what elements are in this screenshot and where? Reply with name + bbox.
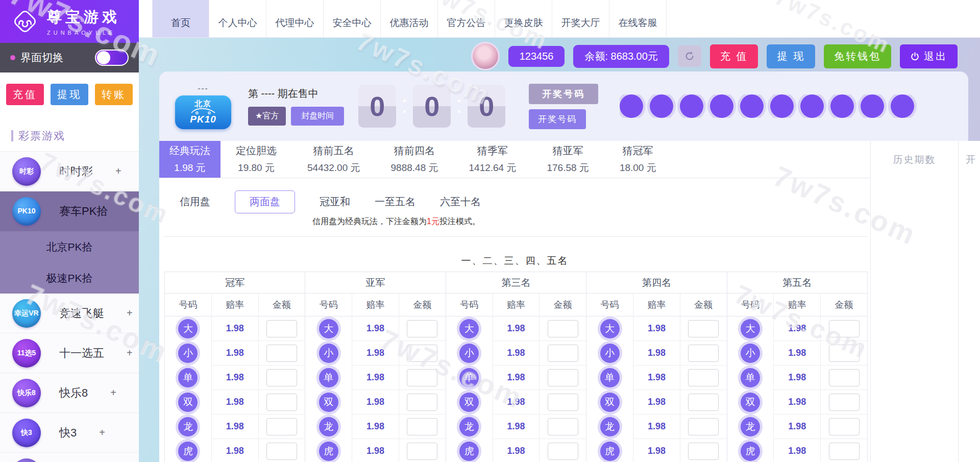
subtab-信用盘[interactable]: 信用盘 — [180, 195, 210, 209]
bet-amount-input[interactable] — [266, 443, 297, 460]
tab-猜季军[interactable]: 猜季军1412.64 元 — [454, 141, 532, 178]
subtab-两面盘[interactable]: 两面盘 — [235, 190, 295, 213]
bet-option-badge[interactable]: 虎 — [319, 442, 338, 461]
bet-amount-input[interactable] — [407, 418, 437, 435]
tab-猜前四名[interactable]: 猜前四名9888.48 元 — [376, 141, 454, 178]
sidebar-item-十一选五[interactable]: 11选5十一选五+ — [0, 333, 139, 373]
charge-button[interactable]: 充 值 — [710, 44, 758, 68]
bet-option-badge[interactable]: 小 — [178, 344, 198, 363]
bet-amount-input[interactable] — [548, 345, 578, 362]
bet-amount-input[interactable] — [266, 418, 297, 435]
logout-button[interactable]: 退出 — [900, 44, 958, 68]
tab-猜前五名[interactable]: 猜前五名54432.00 元 — [292, 141, 376, 178]
bet-amount-input[interactable] — [829, 320, 860, 337]
bet-amount-input[interactable] — [829, 369, 860, 386]
bet-option-badge[interactable]: 虎 — [600, 442, 620, 461]
nav-item-个人中心[interactable]: 个人中心 — [209, 0, 266, 37]
nav-item-在线客服[interactable]: 在线客服 — [609, 0, 667, 37]
bet-option-badge[interactable]: 虎 — [459, 442, 479, 461]
bet-amount-input[interactable] — [688, 345, 719, 362]
free-wallet-button[interactable]: 免转钱包 — [824, 44, 891, 68]
nav-item-官方公告[interactable]: 官方公告 — [438, 0, 495, 37]
nav-item-优惠活动[interactable]: 优惠活动 — [381, 0, 438, 37]
bet-amount-input[interactable] — [266, 394, 297, 411]
bet-option-badge[interactable]: 双 — [459, 393, 479, 412]
sidebar-subitem-极速PK拾[interactable]: 极速PK拾 — [0, 262, 139, 294]
bet-option-badge[interactable]: 虎 — [178, 442, 198, 461]
bet-option-badge[interactable]: 虎 — [741, 442, 760, 461]
bet-option-badge[interactable]: 龙 — [178, 417, 198, 436]
sidebar-item-快乐8[interactable]: 快乐8快乐8+ — [0, 373, 139, 413]
bet-option-badge[interactable]: 大 — [459, 319, 479, 338]
bet-amount-input[interactable] — [266, 345, 297, 362]
bet-option-badge[interactable]: 小 — [459, 344, 479, 363]
tab-猜亚军[interactable]: 猜亚军176.58 元 — [531, 141, 604, 178]
bet-option-badge[interactable]: 大 — [178, 319, 198, 338]
bet-amount-input[interactable] — [548, 369, 578, 386]
bet-option-badge[interactable]: 单 — [319, 368, 338, 387]
bet-option-badge[interactable]: 龙 — [741, 417, 760, 436]
subtab-六至十名[interactable]: 六至十名 — [440, 195, 481, 209]
bet-amount-input[interactable] — [407, 369, 437, 386]
subtab-一至五名[interactable]: 一至五名 — [375, 195, 415, 209]
bet-amount-input[interactable] — [266, 369, 297, 386]
bet-amount-input[interactable] — [407, 443, 437, 460]
sidebar-subitem-北京PK拾[interactable]: 北京PK拾 — [0, 231, 139, 262]
nav-item-更换皮肤[interactable]: 更换皮肤 — [495, 0, 552, 37]
bet-option-badge[interactable]: 单 — [600, 368, 620, 387]
sidebar-item-快3[interactable]: 快3快3+ — [0, 413, 139, 453]
bet-amount-input[interactable] — [548, 418, 578, 435]
sidebar-item-高频其它[interactable]: 高频高频其它+ — [0, 453, 139, 462]
seal-time-button[interactable]: 封盘时间 — [291, 107, 344, 126]
nav-item-开奖大厅[interactable]: 开奖大厅 — [552, 0, 609, 37]
bet-amount-input[interactable] — [548, 320, 578, 337]
bet-option-badge[interactable]: 双 — [178, 393, 198, 412]
bet-option-badge[interactable]: 单 — [741, 368, 760, 387]
bet-option-badge[interactable]: 大 — [600, 319, 620, 338]
tab-经典玩法[interactable]: 经典玩法1.98 元 — [159, 141, 220, 178]
tab-定位胆选[interactable]: 定位胆选19.80 元 — [220, 141, 292, 178]
bet-option-badge[interactable]: 龙 — [319, 417, 338, 436]
official-button[interactable]: ★官方 — [248, 107, 286, 126]
bet-amount-input[interactable] — [688, 418, 719, 435]
bet-option-badge[interactable]: 单 — [459, 368, 479, 387]
bet-option-badge[interactable]: 单 — [178, 368, 198, 387]
bet-option-badge[interactable]: 龙 — [600, 417, 620, 436]
bet-option-badge[interactable]: 小 — [741, 344, 760, 363]
bet-option-badge[interactable]: 双 — [319, 393, 338, 412]
bet-option-badge[interactable]: 小 — [319, 344, 338, 363]
sidebar-wallet-button-0[interactable]: 充值 — [6, 84, 44, 105]
sidebar-wallet-button-1[interactable]: 提现 — [51, 84, 88, 105]
bet-option-badge[interactable]: 龙 — [459, 417, 479, 436]
bet-option-badge[interactable]: 大 — [741, 319, 760, 338]
bet-amount-input[interactable] — [688, 369, 719, 386]
bet-option-badge[interactable]: 双 — [600, 393, 620, 412]
sidebar-item-竞速飞艇[interactable]: 幸运VR竞速飞艇+ — [0, 294, 139, 333]
bet-amount-input[interactable] — [548, 394, 578, 411]
tab-猜冠军[interactable]: 猜冠军18.00 元 — [604, 141, 672, 178]
bet-amount-input[interactable] — [407, 345, 437, 362]
bet-amount-input[interactable] — [829, 443, 860, 460]
bet-amount-input[interactable] — [829, 418, 860, 435]
bet-amount-input[interactable] — [688, 443, 719, 460]
sidebar-wallet-button-2[interactable]: 转账 — [95, 84, 133, 105]
bet-amount-input[interactable] — [688, 394, 719, 411]
subtab-冠亚和[interactable]: 冠亚和 — [320, 195, 350, 209]
nav-item-安全中心[interactable]: 安全中心 — [324, 0, 381, 37]
sidebar-item-赛车PK拾[interactable]: PK10赛车PK拾+ — [0, 191, 139, 231]
bet-amount-input[interactable] — [407, 394, 437, 411]
bet-amount-input[interactable] — [266, 320, 297, 337]
sidebar-item-时时彩[interactable]: 时彩时时彩+ — [0, 152, 139, 191]
bet-option-badge[interactable]: 大 — [319, 319, 338, 338]
bet-option-badge[interactable]: 双 — [741, 393, 760, 412]
draw-number-button[interactable]: 开奖号码 — [529, 109, 586, 129]
bet-amount-input[interactable] — [829, 345, 860, 362]
interface-switch-toggle[interactable] — [95, 50, 129, 66]
bet-amount-input[interactable] — [548, 443, 578, 460]
bet-amount-input[interactable] — [829, 394, 860, 411]
bet-amount-input[interactable] — [407, 320, 437, 337]
nav-item-代理中心[interactable]: 代理中心 — [266, 0, 324, 37]
withdraw-button[interactable]: 提 现 — [767, 44, 815, 68]
refresh-balance-button[interactable] — [678, 45, 701, 67]
nav-item-首页[interactable]: 首页 — [152, 0, 209, 37]
